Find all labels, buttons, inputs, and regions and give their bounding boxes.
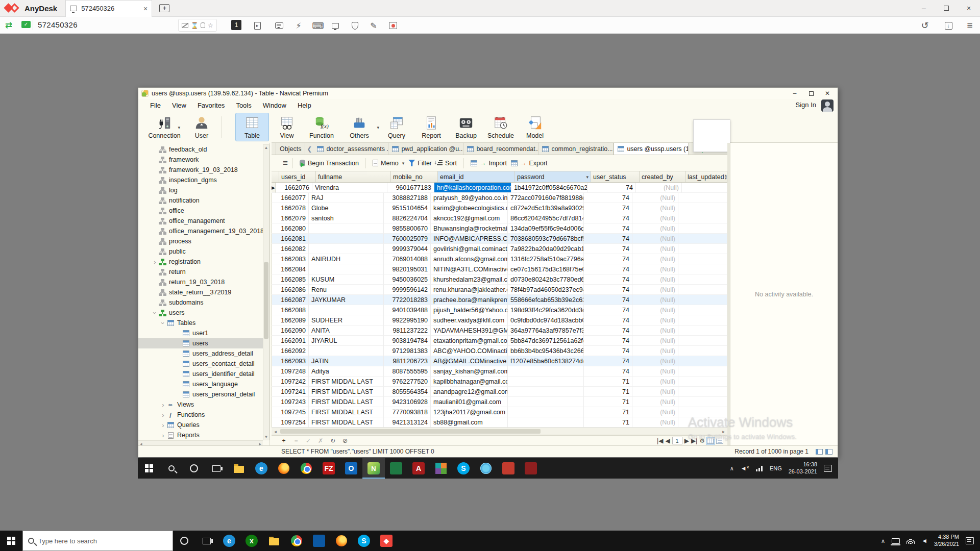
cell-password[interactable]: 1b41972c0ff0584c6670a24d9: [511, 183, 587, 193]
cell-mobile-no[interactable]: 9999596142: [384, 285, 431, 295]
tree-item[interactable]: public: [138, 246, 266, 257]
cell-users-id[interactable]: 1097243: [272, 397, 309, 407]
cell-users-id[interactable]: 1662088: [272, 305, 309, 315]
tree-item[interactable]: notification: [138, 195, 266, 206]
cell-last-updated[interactable]: [678, 244, 727, 254]
cell-fullname[interactable]: ANITA: [309, 325, 384, 336]
backup-button[interactable]: Backup: [449, 113, 483, 141]
tree-item[interactable]: › Reports: [138, 430, 266, 440]
cell-user-status[interactable]: 74: [587, 183, 636, 193]
photos-icon[interactable]: [430, 458, 452, 479]
table-row[interactable]: 1662092 9712981383 ABC@YAHOO.COMinactive…: [272, 346, 727, 356]
menu-help[interactable]: Help: [293, 100, 316, 111]
cell-password[interactable]: 1316fc2758af510ac7796afb5f: [508, 254, 584, 264]
cell-user-status[interactable]: 74: [584, 315, 632, 325]
chevron-icon[interactable]: ›: [160, 402, 166, 408]
cell-user-status[interactable]: 74: [584, 305, 632, 315]
cell-email-id[interactable]: pijush_halder56@Yahoo.cor: [431, 305, 508, 315]
menu-view[interactable]: View: [167, 100, 191, 111]
cell-last-updated[interactable]: [678, 254, 727, 264]
table-row[interactable]: 1662084 9820195031 NITIN@A3TL.COMinactiv…: [272, 264, 727, 274]
cell-mobile-no[interactable]: 9712981383: [384, 346, 431, 356]
cell-last-updated[interactable]: [678, 325, 727, 336]
cell-fullname[interactable]: [309, 244, 384, 254]
cell-mobile-no[interactable]: 7722018283: [384, 295, 431, 305]
cell-mobile-no[interactable]: 7770093818: [384, 407, 431, 417]
cell-email-id[interactable]: ABC@YAHOO.COMinactive: [431, 346, 508, 356]
cell-email-id[interactable]: INFO@AMBICAPRESS.COMi: [431, 234, 508, 244]
cell-user-status[interactable]: 74: [584, 193, 632, 203]
tree-item[interactable]: › Queries: [138, 420, 266, 430]
cell-password[interactable]: 7a9822ba20da09d29cab11c2: [508, 244, 584, 254]
cell-created-by[interactable]: (Null): [632, 234, 678, 244]
cell-mobile-no[interactable]: 9038194784: [384, 336, 431, 346]
cell-created-by[interactable]: (Null): [632, 203, 678, 213]
cell-user-status[interactable]: 74: [584, 244, 632, 254]
tree-item[interactable]: return_19_03_2018: [138, 277, 266, 287]
cell-user-status[interactable]: 71: [584, 387, 632, 397]
task-view-icon[interactable]: [195, 531, 218, 551]
add-record-button[interactable]: +: [278, 437, 290, 444]
sheet-app-icon[interactable]: [385, 458, 407, 479]
grid-view-icon[interactable]: [816, 449, 823, 455]
action-center-icon[interactable]: [966, 537, 974, 544]
cell-created-by[interactable]: (Null): [632, 274, 678, 285]
cell-user-status[interactable]: 74: [584, 203, 632, 213]
close-button[interactable]: ×: [958, 0, 980, 16]
cell-last-updated[interactable]: [678, 285, 727, 295]
cell-mobile-no[interactable]: 9762277520: [384, 377, 431, 387]
chat-icon[interactable]: [273, 19, 285, 32]
cell-created-by[interactable]: (Null): [632, 417, 678, 428]
minimize-button[interactable]: –: [787, 88, 803, 98]
cell-mobile-no[interactable]: 9401039488: [384, 305, 431, 315]
cell-user-status[interactable]: 74: [584, 234, 632, 244]
cell-email-id[interactable]: karim@globeecologistics.co: [431, 203, 508, 213]
table-row[interactable]: ▶ 1662076 Virendra 9601677183 hr@kailash…: [272, 183, 727, 193]
cell-user-status[interactable]: 71: [584, 417, 632, 428]
column-header-users-id[interactable]: users_id: [279, 171, 316, 182]
cell-last-updated[interactable]: [678, 397, 727, 407]
tree-item[interactable]: users_identifier_detail: [138, 369, 266, 379]
store-icon[interactable]: [308, 531, 330, 551]
tree-item[interactable]: return: [138, 267, 266, 277]
browser-globe-icon[interactable]: [475, 458, 497, 479]
restore-button[interactable]: [803, 88, 819, 98]
tree-item[interactable]: users_language: [138, 379, 266, 389]
tree-item[interactable]: › ∞ Views: [138, 399, 266, 410]
cell-mobile-no[interactable]: 9922995190: [384, 315, 431, 325]
cell-users-id[interactable]: 1097248: [272, 366, 309, 377]
scroll-left-icon[interactable]: ◂: [272, 429, 279, 434]
skype-icon[interactable]: S: [452, 458, 475, 479]
cell-fullname[interactable]: [309, 305, 384, 315]
model-button[interactable]: Model: [518, 113, 552, 141]
actions-icon[interactable]: ⚡: [292, 19, 305, 32]
table-row[interactable]: 1662079 santosh 8826224704 akncoc192@gma…: [272, 213, 727, 223]
report-button[interactable]: Report: [414, 113, 448, 141]
chevron-icon[interactable]: ›: [160, 432, 166, 439]
cell-fullname[interactable]: FIRST MIDDAL LAST: [309, 407, 384, 417]
cell-created-by[interactable]: (Null): [632, 377, 678, 387]
scroll-left-icon[interactable]: ◂: [140, 441, 142, 446]
cell-fullname[interactable]: [309, 223, 384, 234]
tree-item[interactable]: users_address_detail: [138, 348, 266, 359]
tree-item[interactable]: user1: [138, 328, 266, 338]
document-tab[interactable]: board_recommendat...: [463, 143, 538, 155]
cell-last-updated[interactable]: [678, 213, 727, 223]
menu-icon[interactable]: ≡: [964, 19, 976, 32]
cell-password[interactable]: [508, 397, 584, 407]
cell-users-id[interactable]: 1662091: [272, 336, 309, 346]
cell-fullname[interactable]: KUSUM: [309, 274, 384, 285]
minimize-button[interactable]: –: [913, 0, 935, 16]
edge-icon[interactable]: e: [218, 531, 240, 551]
column-header-mobile-no[interactable]: mobile_no: [391, 171, 438, 182]
cell-users-id[interactable]: 1662080: [272, 223, 309, 234]
tree-item[interactable]: › registration: [138, 257, 266, 267]
cell-last-updated[interactable]: [678, 377, 727, 387]
cell-created-by[interactable]: (Null): [632, 346, 678, 356]
table-row[interactable]: 1662089 SUDHEER 9922995190 sudheer.vaidy…: [272, 315, 727, 325]
cell-password[interactable]: 134da09ef55f6c9e4d006defc: [508, 223, 584, 234]
table-row[interactable]: 1662077 RAJ 3088827188 pratyush_89@yahoo…: [272, 193, 727, 203]
cell-email-id[interactable]: anandpagre12@gmail.com: [431, 387, 508, 397]
clock[interactable]: 4:38 PM 3/26/2021: [934, 534, 959, 548]
cell-fullname[interactable]: Aditya: [309, 366, 384, 377]
